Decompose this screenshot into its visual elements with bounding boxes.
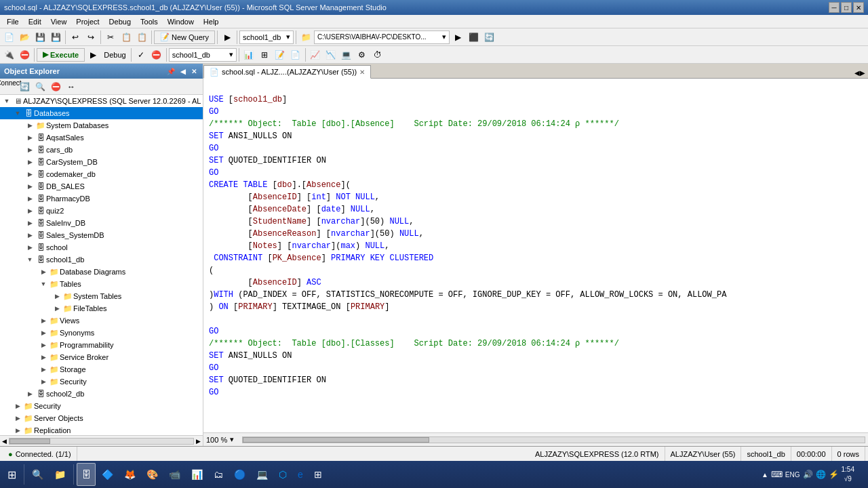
oe-filter-btn[interactable]: 🔍	[33, 79, 47, 94]
db-cars[interactable]: ▶ 🗄 cars_db	[0, 144, 203, 156]
taskbar-search[interactable]: 🔍	[27, 463, 48, 486]
execute-button[interactable]: ▶ Execute	[37, 48, 85, 62]
databases-node[interactable]: ▼ 🗄 Databases	[0, 107, 203, 119]
tb-io[interactable]: ⚙	[355, 47, 370, 62]
tb-results[interactable]: 📊	[241, 47, 256, 62]
oe-close[interactable]: ✕	[189, 68, 199, 75]
sys-tables-node[interactable]: ▶ 📁 System Tables	[0, 290, 203, 302]
tray-clock[interactable]: 1:54 √9	[842, 465, 854, 484]
oe-refresh-btn[interactable]: 🔄	[17, 79, 32, 94]
tb-debug-btn[interactable]: ▶	[85, 47, 100, 62]
tb-undo[interactable]: ↩	[68, 30, 83, 45]
oe-hscrollbar[interactable]: ◀ ▶	[0, 435, 203, 446]
tb-file2[interactable]: 📄	[288, 47, 303, 62]
tb-connect[interactable]: 🔌	[1, 47, 16, 62]
tray-up-arrow[interactable]: ▲	[762, 471, 768, 479]
tb-new[interactable]: 📄	[1, 30, 16, 45]
sysdb-exp[interactable]: ▶	[24, 120, 35, 131]
scroll-track[interactable]	[9, 438, 194, 445]
menu-window[interactable]: Window	[163, 16, 198, 27]
server-node[interactable]: ▼ 🖥 ALJZAZY\SQLEXPRESS (SQL Server 12.0.…	[0, 95, 203, 107]
taskbar-ssms[interactable]: 🗄	[77, 463, 96, 486]
taskbar-apps[interactable]: ⊞	[309, 463, 327, 486]
db-aqsat[interactable]: ▶ 🗄 AqsatSales	[0, 131, 203, 144]
tb-saveall[interactable]: 💾	[48, 30, 63, 45]
code-content[interactable]: USE [school1_db] GO /****** Object: Tabl…	[203, 79, 868, 432]
menu-help[interactable]: Help	[199, 16, 223, 27]
tb-text[interactable]: 📝	[273, 47, 288, 62]
tb-cut[interactable]: ✂	[103, 30, 118, 45]
tb-parse[interactable]: ✓	[134, 47, 149, 62]
sql-tab[interactable]: 📄 school.sql - ALJZ....(ALJZAZY\User (55…	[203, 65, 371, 79]
server-objects-node[interactable]: ▶ 📁 Server Objects	[0, 412, 203, 424]
oe-connect-btn[interactable]: Connect ▾	[1, 79, 16, 94]
tb-cancel[interactable]: ⛔	[149, 47, 164, 62]
new-query-button[interactable]: 📝 New Query	[154, 30, 215, 44]
db-school[interactable]: ▶ 🗄 school	[0, 241, 203, 253]
taskbar-laptop[interactable]: 💻	[252, 463, 273, 486]
tb-time2[interactable]: ⏱	[370, 47, 385, 62]
taskbar-vscode[interactable]: ⬡	[274, 463, 292, 486]
db-saleinv[interactable]: ▶ 🗄 SaleInv_DB	[0, 217, 203, 229]
views-node[interactable]: ▶ 📁 Views	[0, 314, 203, 327]
tray-volume[interactable]: 🔊	[803, 470, 813, 479]
zoom-dropdown-arrow[interactable]: ▾	[230, 435, 234, 444]
replication-node[interactable]: ▶ 📁 Replication	[0, 424, 203, 435]
db-codemaker[interactable]: ▶ 🗄 codemaker_db	[0, 168, 203, 180]
servicebroker-node[interactable]: ▶ 📁 Service Broker	[0, 351, 203, 363]
tab-close[interactable]: ✕	[359, 68, 365, 76]
tb-live[interactable]: 📉	[323, 47, 338, 62]
scroll-right[interactable]: ▶	[194, 438, 203, 445]
oe-pin[interactable]: 📌	[165, 68, 177, 75]
close-button[interactable]: ✕	[853, 2, 864, 13]
tb-open[interactable]: 📂	[17, 30, 32, 45]
taskbar-folder2[interactable]: 🗂	[209, 463, 228, 486]
tray-lang[interactable]: ENG	[785, 471, 800, 479]
editor-area[interactable]: USE [school1_db] GO /****** Object: Tabl…	[203, 79, 868, 432]
menu-project[interactable]: Project	[72, 16, 103, 27]
taskbar-blue[interactable]: 🔵	[229, 463, 250, 486]
path-dropdown[interactable]: C:\USERS\VAIBHAV-PC\DESKTO... ▾	[314, 30, 450, 44]
taskbar-vs[interactable]: 🔷	[97, 463, 118, 486]
tb-grid[interactable]: ⊞	[257, 47, 272, 62]
tb-browse[interactable]: 📁	[298, 30, 313, 45]
synonyms-node[interactable]: ▶ 📁 Synonyms	[0, 327, 203, 339]
taskbar-video[interactable]: 📹	[164, 463, 185, 486]
tray-network[interactable]: 🌐	[816, 470, 826, 479]
tb-stop[interactable]: ⬛	[466, 30, 481, 45]
db-select[interactable]: school1_db ▾	[169, 48, 237, 62]
db-diagrams[interactable]: ▶ 📁 Database Diagrams	[0, 266, 203, 278]
maximize-button[interactable]: □	[841, 2, 852, 13]
tb-btn5[interactable]: ▶	[220, 30, 235, 45]
db-school2[interactable]: ▶ 🗄 school2_db	[0, 388, 203, 400]
oe-arrow[interactable]: ◀	[178, 68, 188, 75]
db-security-node[interactable]: ▶ 📁 Security	[0, 375, 203, 388]
tray-power[interactable]: ⚡	[829, 470, 839, 479]
menu-edit[interactable]: Edit	[24, 16, 45, 27]
menu-tools[interactable]: Tools	[136, 16, 162, 27]
oe-stop-btn[interactable]: ⛔	[48, 79, 63, 94]
taskbar-files[interactable]: 📁	[50, 463, 71, 486]
db-salessys[interactable]: ▶ 🗄 Sales_SystemDB	[0, 229, 203, 241]
db-dbsales[interactable]: ▶ 🗄 DB_SALES	[0, 180, 203, 192]
databases-expander[interactable]: ▼	[12, 108, 23, 119]
minimize-button[interactable]: ─	[829, 2, 840, 13]
db-quiz2[interactable]: ▶ 🗄 quiz2	[0, 205, 203, 217]
server-expander[interactable]: ▼	[1, 96, 12, 106]
tab-scroll-right[interactable]: ▶	[860, 69, 865, 77]
database-dropdown[interactable]: school1_db ▾	[239, 30, 294, 44]
tb-paste[interactable]: 📋	[134, 30, 149, 45]
system-dbs-node[interactable]: ▶ 📁 System Databases	[0, 119, 203, 131]
tb-go[interactable]: ▶	[450, 30, 465, 45]
tb-disconnect[interactable]: ⛔	[17, 47, 32, 62]
tb-save[interactable]: 💾	[33, 30, 47, 45]
taskbar-excel[interactable]: 📊	[186, 463, 208, 486]
file-tables-node[interactable]: ▶ 📁 FileTables	[0, 302, 203, 314]
tb-redo[interactable]: ↪	[83, 30, 98, 45]
programmability-node[interactable]: ▶ 📁 Programmability	[0, 339, 203, 351]
menu-file[interactable]: File	[3, 16, 23, 27]
tables-node[interactable]: ▼ 📁 Tables	[0, 278, 203, 290]
scroll-left[interactable]: ◀	[0, 438, 9, 445]
tab-scroll-left[interactable]: ◀	[854, 69, 860, 77]
storage-node[interactable]: ▶ 📁 Storage	[0, 363, 203, 375]
